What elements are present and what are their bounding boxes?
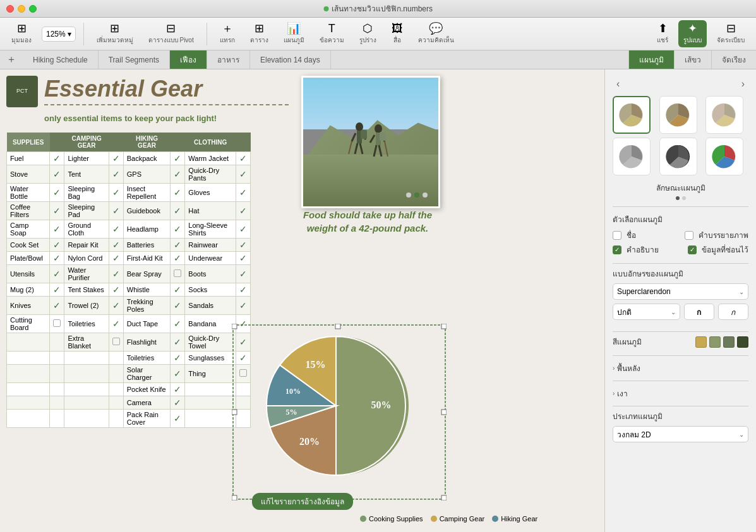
cell-check-1[interactable] [109, 352, 123, 365]
cell-check-0[interactable] [50, 365, 64, 383]
cell-check-2[interactable]: ✓ [171, 283, 185, 297]
cell-check-0[interactable] [50, 333, 64, 352]
cell-check-1[interactable]: ✓ [109, 220, 123, 239]
table-button[interactable]: ⊞ ตาราง [245, 20, 273, 47]
cell-check-2[interactable]: ✓ [171, 239, 185, 252]
organize-button[interactable]: ⊟ จัดระเบียบ [712, 20, 750, 47]
cell-check-0[interactable] [50, 315, 64, 333]
cell-check-1[interactable]: ✓ [109, 252, 123, 265]
cell-check-3[interactable]: ✓ [236, 239, 250, 252]
chart-style-3[interactable] [705, 96, 743, 134]
cell-check-1[interactable]: ✓ [109, 315, 123, 333]
add-category-button[interactable]: ⊞ เพิ่มหมวดหมู่ [92, 20, 138, 47]
cell-check-3[interactable]: ✓ [236, 184, 250, 202]
chart-style-6[interactable] [705, 138, 743, 175]
cell-check-0[interactable] [50, 352, 64, 365]
cell-check-1[interactable] [109, 396, 123, 410]
cell-check-1[interactable]: ✓ [109, 265, 123, 283]
cell-check-2[interactable]: ✓ [171, 184, 185, 202]
tab-gear[interactable]: เฟือง [170, 50, 207, 69]
cell-check-2[interactable]: ✓ [171, 383, 185, 396]
cell-check-2[interactable]: ✓ [171, 252, 185, 265]
chart-style-2[interactable] [659, 96, 697, 134]
cell-check-2[interactable]: ✓ [171, 410, 185, 428]
edit-source-button[interactable]: แก้ไขรายการอ้างอิงข้อมูล [252, 493, 353, 510]
prev-arrow[interactable]: ‹ [613, 77, 623, 91]
bold-button[interactable]: ก [684, 304, 714, 320]
cell-check-0[interactable]: ✓ [50, 202, 64, 220]
tab-food[interactable]: อาหาร [207, 50, 250, 69]
cell-check-1[interactable] [109, 333, 123, 352]
swatch-3[interactable] [723, 336, 735, 348]
background-section[interactable]: › พื้นหลัง [613, 360, 748, 377]
cell-check-3[interactable]: ✓ [236, 165, 250, 184]
desc-checkbox[interactable]: ✓ [613, 245, 621, 254]
italic-button[interactable]: ก [718, 304, 748, 320]
cell-check-3[interactable]: ✓ [236, 152, 250, 165]
cell-check-3[interactable]: ✓ [236, 265, 250, 283]
font-select[interactable]: Superclarendon ⌄ [613, 283, 748, 300]
chart-style-5[interactable] [659, 138, 697, 175]
cell-check-1[interactable]: ✓ [109, 239, 123, 252]
pie-chart-container[interactable] [232, 324, 447, 513]
cell-check-2[interactable]: ✓ [171, 352, 185, 365]
name-checkbox[interactable] [613, 231, 621, 240]
font-style-select[interactable]: ปกติ ⌄ [613, 304, 680, 320]
cell-check-2[interactable]: ✓ [171, 365, 185, 383]
cell-check-1[interactable]: ✓ [109, 184, 123, 202]
hidden-checkbox[interactable]: ✓ [688, 245, 697, 254]
tab-arrange-panel[interactable]: จัดเรียง [711, 50, 756, 69]
tab-trail-segments[interactable]: Trail Segments [99, 50, 170, 69]
cell-check-2[interactable]: ✓ [171, 220, 185, 239]
cell-check-2[interactable]: ✓ [171, 396, 185, 410]
chart-type-select[interactable]: วงกลม 2D ⌄ [613, 426, 748, 442]
shadow-section[interactable]: › เงา [613, 385, 748, 402]
cell-check-2[interactable]: ✓ [171, 315, 185, 333]
maximize-button[interactable] [29, 5, 37, 13]
add-sheet-button[interactable]: ＋ [0, 50, 23, 69]
zoom-control[interactable]: 125% ▾ [42, 27, 76, 42]
cell-check-0[interactable]: ✓ [50, 283, 64, 297]
swatch-4[interactable] [737, 336, 748, 348]
cell-check-0[interactable]: ✓ [50, 165, 64, 184]
cell-check-0[interactable]: ✓ [50, 239, 64, 252]
next-arrow[interactable]: › [738, 77, 748, 91]
cell-check-2[interactable] [171, 265, 185, 283]
close-button[interactable] [6, 5, 14, 13]
minimize-button[interactable] [18, 5, 25, 13]
cell-check-0[interactable]: ✓ [50, 265, 64, 283]
format-button[interactable]: ✦ รูปแบบ [678, 20, 707, 47]
swatch-2[interactable] [709, 336, 721, 348]
text-button[interactable]: T ข้อความ [315, 20, 349, 47]
chart-style-4[interactable] [613, 138, 651, 175]
tab-axis-panel[interactable]: เส้ขว [674, 50, 711, 69]
share-button[interactable]: ⬆ แชร์ [652, 20, 673, 47]
cell-check-1[interactable] [109, 383, 123, 396]
cell-check-3[interactable]: ✓ [236, 220, 250, 239]
pivot-button[interactable]: ⊟ ตารางแบบ Pivot [143, 20, 199, 47]
media-button[interactable]: 🖼 สื่อ [387, 20, 408, 47]
cell-check-2[interactable]: ✓ [171, 202, 185, 220]
cell-check-3[interactable]: ✓ [236, 297, 250, 315]
shape-button[interactable]: ⬡ รูปร่าง [354, 20, 381, 47]
chart-style-1[interactable] [613, 96, 651, 134]
cell-check-3[interactable]: ✓ [236, 252, 250, 265]
cell-check-0[interactable]: ✓ [50, 184, 64, 202]
cell-check-2[interactable]: ✓ [171, 297, 185, 315]
cell-check-3[interactable]: ✓ [236, 202, 250, 220]
cell-check-0[interactable] [50, 410, 64, 428]
cell-check-0[interactable]: ✓ [50, 252, 64, 265]
caption-checkbox[interactable] [685, 231, 693, 240]
cell-check-1[interactable]: ✓ [109, 297, 123, 315]
tab-elevation[interactable]: Elevation 14 days [250, 50, 331, 69]
cell-check-1[interactable]: ✓ [109, 202, 123, 220]
cell-check-0[interactable]: ✓ [50, 220, 64, 239]
cell-check-0[interactable]: ✓ [50, 297, 64, 315]
tab-chart-panel[interactable]: แผนภูมิ [628, 50, 674, 69]
cell-check-1[interactable]: ✓ [109, 165, 123, 184]
swatch-1[interactable] [695, 336, 707, 348]
cell-check-0[interactable]: ✓ [50, 152, 64, 165]
cell-check-0[interactable] [50, 396, 64, 410]
cell-check-3[interactable]: ✓ [236, 283, 250, 297]
tab-hiking-schedule[interactable]: Hiking Schedule [23, 50, 99, 69]
